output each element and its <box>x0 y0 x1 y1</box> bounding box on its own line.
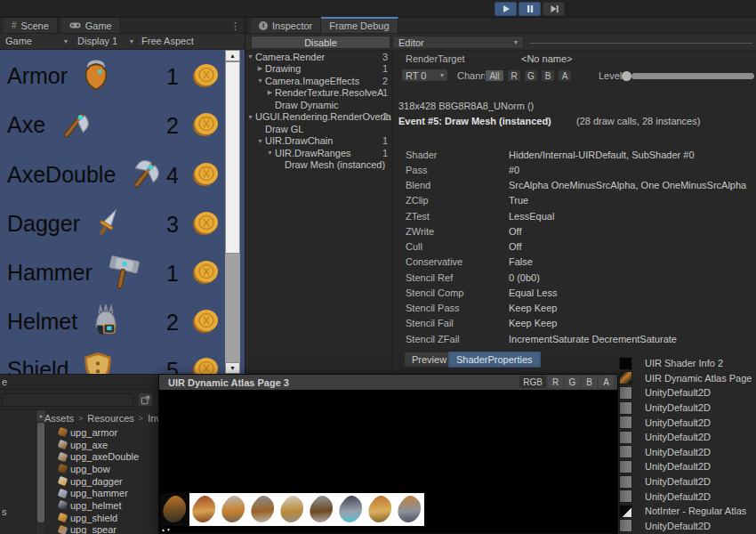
shader-properties-button[interactable]: ShaderProperties <box>448 352 541 368</box>
atlas-channel-a-button[interactable]: A <box>599 376 614 388</box>
texture-list-item[interactable]: UnityDefault2D <box>619 415 756 430</box>
atlas-channel-g-button[interactable]: G <box>565 376 580 388</box>
disable-button[interactable]: Disable <box>251 36 390 49</box>
play-button[interactable] <box>495 2 517 16</box>
coin-icon <box>191 259 221 286</box>
tree-row[interactable]: ▼Camera.Render3 <box>245 51 391 63</box>
item-qty: 1 <box>157 64 189 90</box>
game-mode-dropdown[interactable]: Game ▾ <box>5 36 68 46</box>
tree-label: UIR.DrawRanges <box>275 148 351 158</box>
texture-list-item[interactable]: NotInter - Regular Atlas <box>619 504 756 519</box>
event-slider-track[interactable] <box>530 43 752 44</box>
atlas-channel-rgb-button[interactable]: RGB <box>519 376 546 388</box>
game-scrollbar[interactable]: ▲ ▼ <box>225 50 240 374</box>
list-item-hammer[interactable]: Hammer <box>7 253 144 292</box>
asset-item[interactable]: upg_spear <box>44 524 158 534</box>
scroll-down-button[interactable]: ▼ <box>225 362 240 374</box>
tree-row[interactable]: ▼Camera.ImageEffects2 <box>245 75 391 87</box>
game-mode-label: Game <box>5 36 32 46</box>
texture-list-item[interactable]: UIR Dynamic Atlas Page <box>619 371 756 386</box>
texture-list-item[interactable]: UnityDefault2D <box>619 385 756 400</box>
channel-all-button[interactable]: All <box>485 69 504 82</box>
texture-list-item[interactable]: UnityDefault2D <box>619 400 756 416</box>
asset-item[interactable]: upg_hammer <box>44 487 158 499</box>
tab-frame-debug[interactable]: Frame Debug <box>321 17 398 33</box>
texture-name: UIR Dynamic Atlas Page <box>645 373 752 384</box>
tab-inspector[interactable]: i Inspector <box>251 18 321 33</box>
tree-row[interactable]: ▶Drawing1 <box>245 63 391 76</box>
project-folder-tree[interactable]: s <box>0 410 36 534</box>
tab-scene-label: Scene <box>21 20 49 31</box>
property-value: Keep Keep <box>509 318 557 328</box>
tree-count: 2 <box>382 111 388 122</box>
asset-item[interactable]: upg_shield <box>44 512 158 524</box>
breadcrumb-resources[interactable]: Resources <box>87 413 134 424</box>
coin-icon <box>191 161 221 188</box>
target-dropdown[interactable]: Editor ▾ <box>392 36 524 49</box>
tree-row[interactable]: ▼UIR.DrawChain1 <box>245 135 391 148</box>
property-row: Stencil CompEqual Less <box>393 285 756 300</box>
texture-list-item[interactable]: UnityDefault2D <box>619 489 756 504</box>
list-item-helmet[interactable]: Helmet <box>7 302 125 341</box>
display-dropdown[interactable]: Display 1 ▾ <box>77 36 133 46</box>
step-button[interactable] <box>543 2 565 16</box>
channel-b-button[interactable]: B <box>541 69 555 82</box>
channel-g-button[interactable]: G <box>524 69 538 82</box>
atlas-title-bar: UIR Dynamic Atlas Page 3 RGB R G B A <box>159 375 617 390</box>
property-value: Off <box>509 241 521 252</box>
texture-list-item[interactable]: UnityDefault2D <box>619 430 756 445</box>
atlas-channel-b-button[interactable]: B <box>582 376 597 388</box>
preview-button[interactable]: Preview <box>404 352 454 368</box>
list-item-shield[interactable]: Shield <box>7 350 117 374</box>
display-label: Display 1 <box>77 36 117 46</box>
tree-row[interactable]: ▼UGUI.Rendering.RenderOverla2 <box>245 111 391 124</box>
list-item-armor[interactable]: Armor <box>7 56 116 95</box>
search-input[interactable] <box>2 393 133 407</box>
pause-icon <box>525 4 535 14</box>
texture-list-item[interactable]: UIR Shader Info 2 <box>619 356 756 371</box>
channel-r-button[interactable]: R <box>507 69 521 82</box>
texture-list-item[interactable]: UnityDefault2D <box>619 459 756 474</box>
asset-item[interactable]: upg_axe <box>44 439 158 451</box>
open-in-window-button[interactable] <box>138 392 153 407</box>
tree-row[interactable]: Draw Dynamic <box>245 99 391 111</box>
breadcrumb-inventory[interactable]: Inv <box>148 413 158 424</box>
property-label: Stencil ZFail <box>393 334 509 344</box>
armor-sprite-icon <box>76 56 116 95</box>
tree-label: Drawing <box>265 63 301 74</box>
levels-slider-track[interactable] <box>631 73 754 79</box>
asset-item[interactable]: upg_dagger <box>44 475 158 488</box>
texture-list-item[interactable]: UnityDefault2D <box>619 445 756 460</box>
breadcrumb-assets[interactable]: Assets <box>44 413 74 424</box>
tree-row[interactable]: ▼UIR.DrawRanges1 <box>245 147 391 159</box>
asset-item[interactable]: upg_bow <box>44 463 158 475</box>
scroll-up-button[interactable]: ▲ <box>225 50 240 61</box>
item-qty: 2 <box>157 113 189 139</box>
tab-game[interactable]: Game <box>61 18 121 33</box>
tree-row[interactable]: Draw GL <box>245 123 391 135</box>
pause-button[interactable] <box>519 2 541 16</box>
texture-list-item[interactable]: UnityDefault2D <box>619 474 756 490</box>
atlas-channel-r-button[interactable]: R <box>548 376 563 388</box>
tree-row[interactable]: Draw Mesh (instanced) <box>245 159 391 172</box>
list-item-axe[interactable]: Axe <box>7 105 95 144</box>
asset-item[interactable]: upg_axeDouble <box>44 450 158 463</box>
tree-row[interactable]: ▶RenderTexture.ResolveA1 <box>245 87 391 100</box>
rt-dropdown[interactable]: RT 0 ▾ <box>401 69 448 82</box>
tab-scene[interactable]: # Scene <box>4 18 58 33</box>
list-item-axedouble[interactable]: AxeDouble <box>7 155 165 194</box>
asset-item[interactable]: upg_armor <box>44 426 158 439</box>
tab-game-label: Game <box>85 20 112 31</box>
texture-list-item[interactable]: UnityDefault2D <box>619 519 756 534</box>
project-scrollbar[interactable]: ▲ <box>36 410 44 534</box>
scrollbar-thumb[interactable] <box>225 61 240 254</box>
panel-menu-icon[interactable]: ⋮ <box>230 20 240 32</box>
aspect-dropdown[interactable]: Free Aspect <box>141 36 194 46</box>
scrollbar-thumb[interactable] <box>37 423 44 522</box>
channel-a-button[interactable]: A <box>558 69 572 82</box>
property-label: Shader <box>393 150 509 160</box>
asset-item[interactable]: upg_helmet <box>44 499 158 512</box>
levels-slider-handle[interactable] <box>622 71 631 81</box>
list-item-dagger[interactable]: Dagger <box>7 204 126 243</box>
property-label: ZClip <box>393 195 509 206</box>
